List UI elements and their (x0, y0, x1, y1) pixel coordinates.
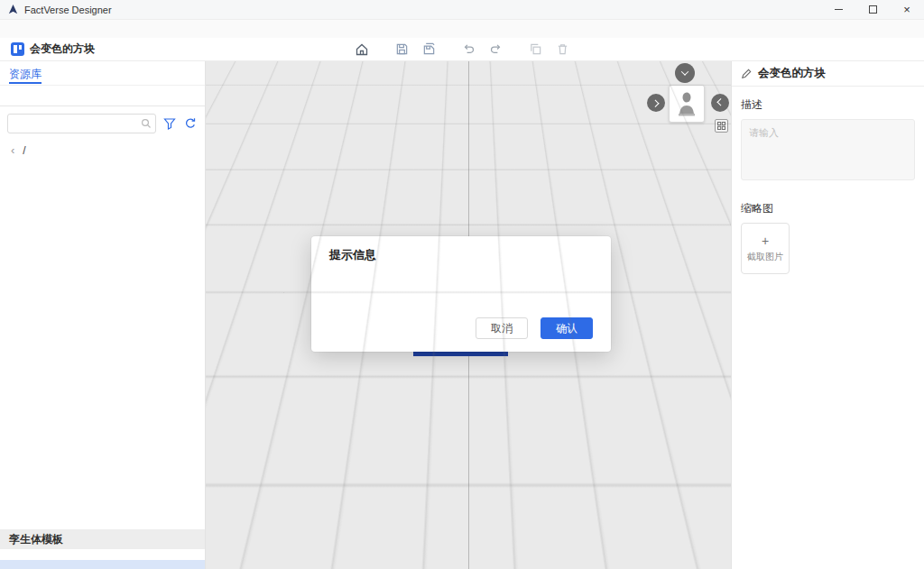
minimize-icon (835, 9, 843, 10)
collapse-viewcube-button[interactable] (675, 63, 695, 83)
rotate-view-right-button[interactable] (711, 94, 729, 112)
copy-button[interactable] (526, 41, 544, 59)
capture-image-button[interactable]: + 截取图片 (741, 223, 790, 274)
app-logo-icon (7, 4, 19, 15)
properties-header: 会变色的方块 (732, 61, 924, 87)
right-panel: 会变色的方块 描述 缩略图 + 截取图片 (731, 61, 924, 569)
copy-icon (529, 42, 542, 56)
filter-button[interactable] (162, 116, 177, 131)
search-box (7, 114, 156, 133)
redo-icon (489, 42, 503, 56)
titlebar: FactVerse Designer × (0, 0, 924, 20)
statue-thumbnail (675, 89, 698, 118)
confirm-button[interactable]: 确认 (541, 317, 593, 339)
plus-icon: + (762, 234, 769, 247)
template-section-header: 孪生体模板 (0, 529, 205, 549)
grid-icon (717, 122, 725, 130)
selected-object-edge (413, 352, 508, 356)
export-dialog: 提示信息 取消 确认 (311, 236, 611, 352)
maximize-icon (869, 5, 877, 14)
breadcrumb-path[interactable]: / (23, 144, 25, 157)
selection-strip (0, 560, 205, 569)
reset-icon (184, 117, 197, 130)
rotate-view-left-button[interactable] (647, 94, 665, 112)
close-icon: × (903, 4, 910, 15)
window-title: FactVerse Designer (24, 5, 112, 15)
window-controls: × (821, 0, 924, 19)
project-header: 会变色的方块 (0, 41, 95, 57)
cancel-button[interactable]: 取消 (476, 317, 528, 339)
properties-title: 会变色的方块 (758, 66, 826, 81)
panel-spacer (0, 171, 205, 529)
save-button[interactable] (393, 41, 411, 59)
toolbar-icons (353, 41, 571, 59)
app-window: FactVerse Designer × 会变色的方块 (0, 0, 924, 569)
capture-image-label: 截取图片 (747, 251, 783, 263)
home-button[interactable] (353, 41, 371, 59)
description-label: 描述 (741, 97, 915, 113)
search-row (0, 106, 205, 139)
toolbar: 会变色的方块 (0, 38, 924, 61)
folder-grid (0, 160, 205, 171)
undo-button[interactable] (459, 41, 477, 59)
delete-button[interactable] (553, 41, 571, 59)
search-input[interactable] (7, 114, 156, 133)
trash-icon (556, 42, 569, 56)
filter-icon (163, 117, 176, 130)
view-options-button[interactable] (715, 119, 728, 133)
breadcrumb-back-icon[interactable]: ‹ (11, 143, 14, 157)
close-button[interactable]: × (890, 0, 924, 19)
properties-body: 描述 缩略图 + 截取图片 (732, 87, 924, 283)
template-section-title: 孪生体模板 (9, 532, 63, 547)
dialog-title: 提示信息 (329, 247, 593, 263)
chevron-down-icon (681, 68, 688, 75)
chevron-right-icon (651, 99, 659, 106)
reset-button[interactable] (183, 116, 198, 131)
breadcrumb: ‹ / (0, 139, 205, 160)
chevron-left-icon (716, 98, 724, 106)
save-icon (395, 42, 409, 56)
maximize-button[interactable] (855, 0, 890, 19)
save-all-icon (422, 42, 436, 56)
home-icon (355, 42, 369, 57)
menubar (0, 20, 924, 38)
redo-button[interactable] (486, 41, 504, 59)
left-panel: 资源库 ‹ / (0, 61, 206, 569)
dialog-buttons: 取消 确认 (329, 317, 593, 339)
save-all-button[interactable] (420, 41, 438, 59)
library-title: 资源库 (0, 61, 205, 85)
library-tabs (0, 85, 205, 106)
thumbnail-label: 缩略图 (741, 201, 915, 216)
search-icon (141, 118, 152, 129)
project-icon (11, 42, 24, 56)
undo-icon (462, 42, 476, 56)
edit-pencil-icon[interactable] (741, 69, 752, 79)
project-name: 会变色的方块 (30, 41, 95, 57)
view-cube[interactable] (669, 85, 705, 123)
minimize-button[interactable] (821, 0, 855, 19)
description-input[interactable] (741, 119, 915, 180)
